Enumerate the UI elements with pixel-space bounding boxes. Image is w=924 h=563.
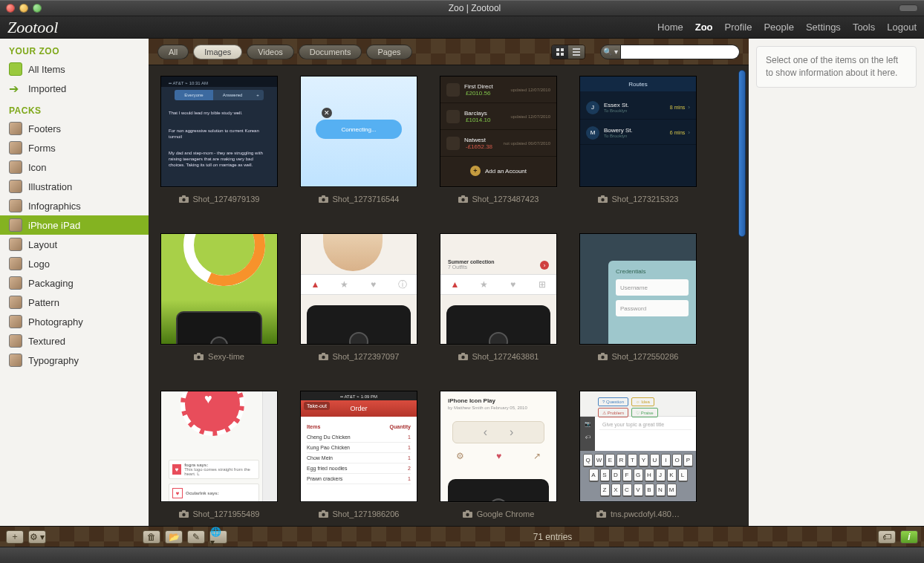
share-button[interactable]: 🌐 ▾ — [209, 530, 227, 544]
item-thumbnail[interactable]: ♥ ♥fogra says:This logo comes straight f… — [160, 391, 278, 502]
sidebar-pack-illustration[interactable]: Illustration — [0, 177, 149, 196]
scrollbar-thumb[interactable] — [738, 70, 746, 237]
nav-link-logout[interactable]: Logout — [887, 22, 917, 33]
item-caption: tns.pwcdofyl.480… — [579, 510, 697, 518]
filter-videos[interactable]: Videos — [247, 45, 293, 59]
edit-button[interactable]: ✎ — [187, 530, 205, 544]
tag-button[interactable]: 🏷 — [878, 530, 896, 544]
filter-pages[interactable]: Pages — [366, 45, 411, 59]
camera-icon — [598, 353, 608, 360]
zoom-window-button[interactable] — [33, 4, 42, 13]
sidebar-pack-textured[interactable]: Textured — [0, 331, 149, 351]
sidebar-pack-icon[interactable]: Icon — [0, 157, 149, 177]
item-thumbnail[interactable]: ✕Connecting... — [300, 76, 417, 187]
item-thumbnail[interactable]: iPhone Icon Playby Matthew Smith on Febr… — [440, 391, 557, 502]
svg-point-9 — [182, 198, 185, 201]
move-button[interactable]: 📂 — [165, 530, 183, 544]
item-thumbnail[interactable]: CredentialsUsernamePassword — [579, 233, 697, 345]
grid-item[interactable]: •• AT&T ⌁ 10:31 AM EveryoneAnswered+ Tha… — [160, 76, 278, 204]
nav-link-people[interactable]: People — [764, 22, 793, 33]
pack-icon — [9, 180, 22, 193]
item-thumbnail[interactable]: •• AT&T ⌁ 1:09 PMOrderTake-out ItemsQuan… — [300, 391, 417, 502]
svg-point-24 — [322, 356, 325, 359]
grid-item[interactable]: ⌕Abc📷🏷 ? Question☼ Idea ⚠ Problem♡ Prais… — [579, 391, 697, 518]
item-thumbnail[interactable]: •• AT&T ⌁ 10:31 AM EveryoneAnswered+ Tha… — [160, 76, 278, 187]
grid-item[interactable]: ✕Connecting...Shot_1273716544 — [300, 76, 417, 204]
pack-icon — [9, 276, 22, 290]
settings-gear-button[interactable]: ⚙ ▾ — [28, 530, 46, 544]
sidebar-pack-packaging[interactable]: Packaging — [0, 273, 149, 293]
scrollbar-track[interactable] — [738, 65, 746, 526]
item-thumbnail[interactable]: ▲★♥ⓘ — [300, 233, 417, 345]
grid-view-button[interactable] — [552, 45, 568, 59]
grid-item[interactable]: •• AT&T ⌁ 1:09 PMOrderTake-out ItemsQuan… — [300, 391, 417, 518]
camera-icon — [179, 510, 189, 518]
grid-item[interactable]: ▲★♥ⓘShot_1272397097 — [300, 233, 417, 361]
sidebar-pack-logo[interactable]: Logo — [0, 254, 149, 273]
svg-rect-3 — [561, 53, 564, 56]
item-thumbnail[interactable]: First Direct£2010.56updated 12/07/2010 B… — [440, 76, 557, 187]
sidebar-pack-footers[interactable]: Footers — [0, 119, 149, 138]
camera-icon — [179, 195, 189, 203]
item-thumbnail[interactable] — [160, 233, 278, 345]
svg-rect-5 — [573, 51, 580, 53]
sidebar-pack-iphone-ipad[interactable]: iPhone iPad — [0, 215, 149, 235]
nav-link-profile[interactable]: Profile — [725, 22, 752, 33]
item-caption: Shot_1273487423 — [440, 195, 557, 204]
svg-rect-8 — [182, 195, 186, 198]
pack-icon — [9, 141, 22, 154]
grid-item[interactable]: Routes JEssex St.To Brooklyn8 mins› MBow… — [579, 76, 697, 204]
sidebar-pack-pattern[interactable]: Pattern — [0, 293, 149, 312]
nav-link-settings[interactable]: Settings — [806, 22, 841, 33]
item-caption: Shot_1272463881 — [440, 352, 557, 361]
filter-all[interactable]: All — [157, 45, 189, 59]
sidebar-pack-photography[interactable]: Photography — [0, 312, 149, 331]
info-button[interactable]: i — [900, 530, 918, 544]
add-button[interactable]: ＋ — [6, 530, 24, 544]
sidebar-item-label: Forms — [28, 143, 56, 154]
window-toolbar-toggle[interactable] — [899, 4, 918, 12]
nav-link-home[interactable]: Home — [657, 22, 683, 33]
nav-link-zoo[interactable]: Zoo — [695, 22, 713, 33]
search-input[interactable] — [621, 45, 740, 59]
sidebar-pack-layout[interactable]: Layout — [0, 235, 149, 254]
item-caption: Shot_1272550286 — [579, 352, 697, 361]
sidebar-pack-typography[interactable]: Typography — [0, 351, 149, 370]
item-thumbnail[interactable]: Summer collection7 Outfits›▲★♥⊞ — [440, 233, 557, 345]
sidebar-item-label: Infographics — [28, 201, 81, 212]
trash-button[interactable]: 🗑 — [143, 530, 160, 544]
nav-link-tools[interactable]: Tools — [853, 22, 875, 33]
sidebar-imported[interactable]: ➔ Imported — [0, 79, 149, 98]
search-scope-button[interactable]: 🔍 ▾ — [600, 45, 621, 59]
grid-item[interactable]: iPhone Icon Playby Matthew Smith on Febr… — [440, 391, 557, 518]
pack-icon — [9, 238, 22, 251]
sidebar-all-items[interactable]: All Items — [0, 59, 149, 79]
item-thumbnail[interactable]: ⌕Abc📷🏷 ? Question☼ Idea ⚠ Problem♡ Prais… — [579, 391, 697, 502]
grid-item[interactable]: Summer collection7 Outfits›▲★♥⊞Shot_1272… — [440, 233, 557, 361]
item-thumbnail[interactable]: Routes JEssex St.To Brooklyn8 mins› MBow… — [579, 76, 697, 187]
app-logo[interactable]: Zootool — [7, 18, 58, 37]
sidebar-pack-infographics[interactable]: Infographics — [0, 196, 149, 215]
sidebar-item-label: Photography — [28, 316, 83, 328]
sidebar-heading-yourzoo: YOUR ZOO — [0, 39, 149, 59]
item-caption: Shot_1271955489 — [160, 510, 278, 518]
list-view-button[interactable] — [568, 45, 585, 59]
close-window-button[interactable] — [6, 4, 15, 13]
sidebar-pack-forms[interactable]: Forms — [0, 138, 149, 157]
sidebar-item-label: Illustration — [28, 181, 72, 192]
grid-item[interactable]: Sexy-time — [160, 233, 278, 361]
camera-icon — [463, 510, 472, 518]
pack-icon — [9, 354, 22, 367]
camera-icon — [458, 195, 468, 203]
content-area: AllImagesVideosDocumentsPages 🔍 ▾ •• AT&… — [149, 39, 749, 526]
svg-rect-11 — [322, 195, 325, 198]
grid-item[interactable]: CredentialsUsernamePasswordShot_12725502… — [579, 233, 697, 361]
filter-documents[interactable]: Documents — [299, 45, 362, 59]
filter-images[interactable]: Images — [193, 45, 242, 59]
pack-icon — [9, 199, 22, 212]
grid-item[interactable]: First Direct£2010.56updated 12/07/2010 B… — [440, 76, 557, 204]
svg-rect-32 — [182, 510, 186, 512]
detail-hint: Select one of the items on the left to s… — [756, 46, 917, 88]
minimize-window-button[interactable] — [19, 4, 28, 13]
grid-item[interactable]: ♥ ♥fogra says:This logo comes straight f… — [160, 391, 278, 518]
